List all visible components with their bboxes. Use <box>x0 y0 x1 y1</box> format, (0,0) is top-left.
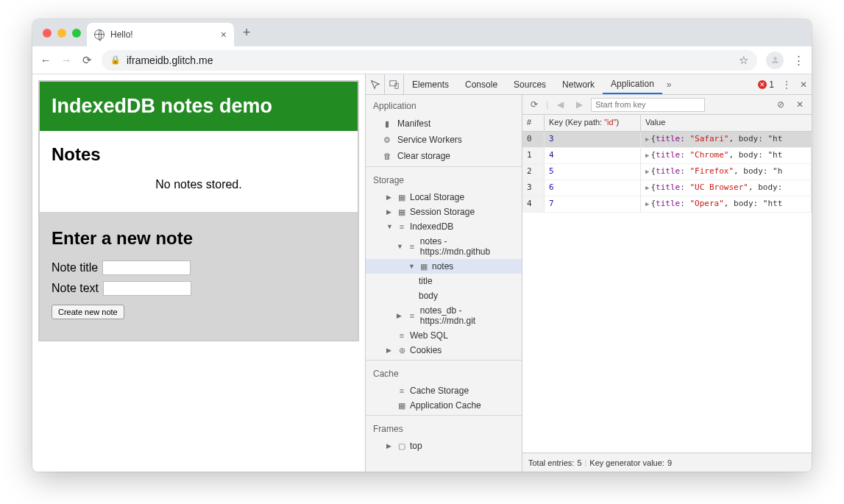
note-title-label: Note title <box>52 261 98 274</box>
window-controls <box>40 29 87 38</box>
reload-button[interactable]: ⟳ <box>81 54 93 67</box>
tab-sources[interactable]: Sources <box>506 74 554 94</box>
tree-session-storage[interactable]: ▶▦Session Storage <box>366 205 522 219</box>
expand-icon[interactable]: ▶ <box>645 135 649 143</box>
inspect-element-icon[interactable] <box>366 74 385 94</box>
grid-icon: ▦ <box>397 207 407 217</box>
sidebar-manifest[interactable]: ▮Manifest <box>366 116 522 132</box>
section-frames: Frames <box>366 418 522 439</box>
new-tab-button[interactable]: + <box>243 25 251 40</box>
tree-idb-index-title[interactable]: title <box>366 274 522 288</box>
tab-elements[interactable]: Elements <box>404 74 457 94</box>
cell-index: 2 <box>522 164 545 180</box>
tree-indexeddb[interactable]: ▼≡IndexedDB <box>366 219 522 234</box>
tree-websql[interactable]: ▶≡Web SQL <box>366 328 522 343</box>
tree-frame-top[interactable]: ▶▢top <box>366 439 522 453</box>
expand-icon[interactable]: ▶ <box>645 200 649 207</box>
sidebar-clear-storage[interactable]: 🗑Clear storage <box>366 148 522 164</box>
cell-value: ▶{title: "Chrome", body: "ht <box>641 148 812 163</box>
delete-selected-icon[interactable]: ✕ <box>792 99 807 110</box>
cell-index: 4 <box>522 196 545 212</box>
tree-application-cache[interactable]: ▶▦Application Cache <box>366 398 522 413</box>
devtools-menu-icon[interactable]: ⋮ <box>778 74 795 94</box>
tree-cache-storage[interactable]: ▶≡Cache Storage <box>366 383 522 398</box>
col-key: Key (Key path: "id") <box>545 115 641 131</box>
note-title-input[interactable] <box>102 260 191 275</box>
database-icon: ≡ <box>407 311 417 320</box>
error-badge[interactable]: ✕ 1 <box>754 74 778 94</box>
cell-index: 1 <box>522 148 545 163</box>
close-window-icon[interactable] <box>43 29 52 38</box>
empty-state: No notes stored. <box>52 175 346 196</box>
browser-toolbar: ← → ⟳ 🔒 iframeidb.glitch.me ☆ ⋮ <box>32 46 812 74</box>
idb-table-header: # Key (Key path: "id") Value <box>522 115 812 132</box>
tree-cookies[interactable]: ▶⊛Cookies <box>366 343 522 358</box>
table-row[interactable]: 14▶{title: "Chrome", body: "ht <box>522 148 812 164</box>
tab-application[interactable]: Application <box>603 74 662 94</box>
tab-network[interactable]: Network <box>554 74 603 94</box>
col-index: # <box>522 115 545 131</box>
tree-local-storage[interactable]: ▶▦Local Storage <box>366 190 522 205</box>
section-application: Application <box>366 95 522 116</box>
profile-avatar[interactable] <box>766 52 784 69</box>
lock-icon: 🔒 <box>110 55 121 65</box>
browser-menu-button[interactable]: ⋮ <box>792 54 804 67</box>
error-dot-icon: ✕ <box>758 80 767 89</box>
table-row[interactable]: 25▶{title: "Firefox", body: "h <box>522 164 812 180</box>
back-button[interactable]: ← <box>40 54 52 66</box>
page-title: IndexedDB notes demo <box>52 95 346 118</box>
cell-key: 5 <box>545 164 641 180</box>
tab-console[interactable]: Console <box>457 74 506 94</box>
sidebar-service-workers[interactable]: ⚙Service Workers <box>366 132 522 148</box>
start-from-key-input[interactable] <box>591 98 705 112</box>
cell-key: 7 <box>545 196 641 212</box>
prev-page-icon[interactable]: ◀ <box>553 99 567 110</box>
more-tabs-icon[interactable]: » <box>662 74 676 94</box>
next-page-icon[interactable]: ▶ <box>572 99 586 110</box>
database-icon: ≡ <box>407 242 417 251</box>
cell-key: 6 <box>545 180 641 196</box>
cell-index: 3 <box>522 180 545 196</box>
idb-toolbar: ⟳ | ◀ ▶ ⊘ ✕ <box>522 95 812 115</box>
create-note-button[interactable]: Create new note <box>52 305 124 319</box>
address-bar[interactable]: 🔒 iframeidb.glitch.me ☆ <box>102 50 757 71</box>
tree-idb-notes-db2[interactable]: ▶≡notes_db - https://mdn.git <box>366 303 522 328</box>
devtools-tabbar: Elements Console Sources Network Applica… <box>366 74 812 95</box>
section-storage: Storage <box>366 169 522 190</box>
section-cache: Cache <box>366 363 522 383</box>
expand-icon[interactable]: ▶ <box>645 168 649 175</box>
browser-tabstrip: Hello! × + <box>32 19 812 46</box>
refresh-icon[interactable]: ⟳ <box>527 99 542 110</box>
expand-icon[interactable]: ▶ <box>645 184 649 191</box>
close-tab-icon[interactable]: × <box>221 29 227 40</box>
forward-button[interactable]: → <box>60 54 72 66</box>
page-viewport: IndexedDB notes demo Notes No notes stor… <box>32 74 365 472</box>
close-devtools-icon[interactable]: ✕ <box>795 74 812 94</box>
tree-idb-store-notes[interactable]: ▼▦notes <box>366 259 522 274</box>
tree-idb-notes-db[interactable]: ▼≡notes - https://mdn.github <box>366 234 522 259</box>
grid-icon: ▦ <box>397 401 407 411</box>
database-icon: ≡ <box>397 222 407 231</box>
idb-table-body: 03▶{title: "Safari", body: "ht14▶{title:… <box>522 132 812 213</box>
table-row[interactable]: 47▶{title: "Opera", body: "htt <box>522 196 812 213</box>
cell-index: 0 <box>522 132 545 147</box>
frame-icon: ▢ <box>397 441 407 451</box>
maximize-window-icon[interactable] <box>72 29 81 38</box>
person-icon <box>770 55 780 65</box>
table-row[interactable]: 36▶{title: "UC Browser", body: <box>522 180 812 196</box>
expand-icon[interactable]: ▶ <box>645 152 649 159</box>
device-toolbar-icon[interactable] <box>385 74 404 94</box>
note-text-input[interactable] <box>103 281 191 296</box>
url-text: iframeidb.glitch.me <box>127 54 213 66</box>
cell-value: ▶{title: "Safari", body: "ht <box>641 132 812 147</box>
browser-tab[interactable]: Hello! × <box>87 23 234 46</box>
note-text-label: Note text <box>52 282 99 295</box>
clear-objectstore-icon[interactable]: ⊘ <box>773 99 788 110</box>
table-row[interactable]: 03▶{title: "Safari", body: "ht <box>522 132 812 148</box>
application-sidebar: Application ▮Manifest ⚙Service Workers 🗑… <box>366 95 522 472</box>
idb-footer: Total entries: 5 | Key generator value: … <box>522 452 812 472</box>
bookmark-star-icon[interactable]: ☆ <box>739 54 748 67</box>
minimize-window-icon[interactable] <box>57 29 66 38</box>
error-count: 1 <box>769 79 774 90</box>
tree-idb-index-body[interactable]: body <box>366 288 522 303</box>
